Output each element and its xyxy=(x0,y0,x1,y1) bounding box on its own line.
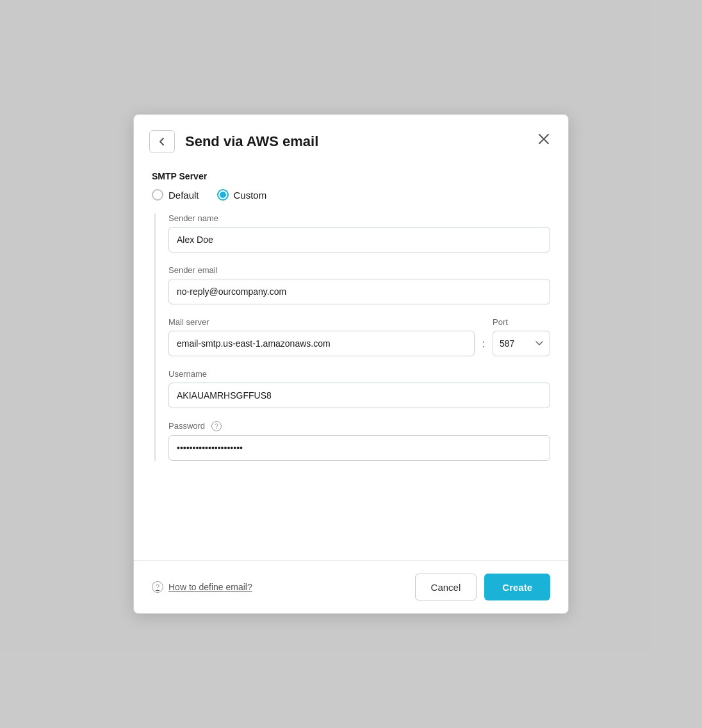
modal-header: Send via AWS email xyxy=(134,115,568,166)
close-icon xyxy=(537,133,550,145)
chevron-left-icon xyxy=(157,136,167,147)
back-button[interactable] xyxy=(149,130,175,153)
smtp-server-label: SMTP Server xyxy=(152,171,550,181)
username-input[interactable] xyxy=(168,383,550,408)
modal-overlay: Send via AWS email SMTP Server Default C… xyxy=(0,0,702,728)
cancel-button[interactable]: Cancel xyxy=(415,574,477,600)
radio-default-option[interactable]: Default xyxy=(152,189,199,201)
radio-default-label: Default xyxy=(168,190,199,201)
colon-separator: : xyxy=(482,338,485,356)
smtp-server-radio-group: Default Custom xyxy=(152,189,550,201)
radio-custom-label: Custom xyxy=(234,190,267,201)
mail-server-label: Mail server xyxy=(168,317,475,327)
modal-title: Send via AWS email xyxy=(185,133,550,150)
radio-default-input[interactable] xyxy=(152,189,163,201)
sender-name-input[interactable] xyxy=(168,227,550,252)
password-label: Password ? xyxy=(168,421,550,431)
password-group: Password ? xyxy=(168,421,550,461)
mail-server-group: Mail server : Port 25 465 587 2465 258 xyxy=(168,317,550,356)
mail-server-row: Mail server : Port 25 465 587 2465 258 xyxy=(168,317,550,356)
radio-custom-input[interactable] xyxy=(217,189,229,201)
mail-server-input-wrap: Mail server xyxy=(168,317,475,356)
sender-name-group: Sender name xyxy=(168,213,550,252)
username-group: Username xyxy=(168,369,550,408)
username-label: Username xyxy=(168,369,550,379)
create-button[interactable]: Create xyxy=(484,574,550,600)
sender-email-group: Sender email xyxy=(168,265,550,304)
password-help-icon[interactable]: ? xyxy=(211,421,222,431)
port-select-wrap: Port 25 465 587 2465 2587 xyxy=(493,317,550,356)
mail-server-input[interactable] xyxy=(168,331,475,356)
modal-body: SMTP Server Default Custom Sender name xyxy=(134,166,568,560)
modal-footer: ? How to define email? Cancel Create xyxy=(134,560,568,613)
sender-name-label: Sender name xyxy=(168,213,550,223)
password-input[interactable] xyxy=(168,435,550,461)
help-link-text: How to define email? xyxy=(168,582,252,592)
radio-custom-option[interactable]: Custom xyxy=(217,189,267,201)
sender-email-input[interactable] xyxy=(168,279,550,304)
footer-buttons: Cancel Create xyxy=(415,574,550,600)
close-button[interactable] xyxy=(535,130,553,151)
custom-section: Sender name Sender email Mail server xyxy=(154,213,550,461)
port-label: Port xyxy=(493,317,550,327)
sender-email-label: Sender email xyxy=(168,265,550,275)
modal: Send via AWS email SMTP Server Default C… xyxy=(133,114,569,614)
help-circle-icon: ? xyxy=(152,581,163,593)
port-select[interactable]: 25 465 587 2465 2587 xyxy=(493,331,550,356)
help-link[interactable]: ? How to define email? xyxy=(152,581,252,593)
